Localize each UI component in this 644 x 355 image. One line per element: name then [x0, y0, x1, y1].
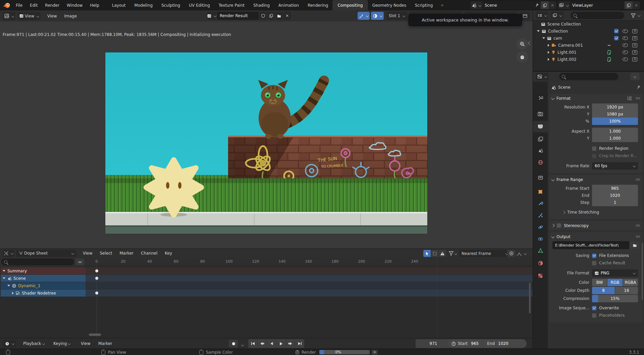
new-image-icon[interactable]: [267, 12, 275, 20]
proportional-edit-button[interactable]: [507, 250, 515, 257]
aspect-y-field[interactable]: 1.000: [592, 135, 638, 142]
tab-sculpting[interactable]: Sculpting: [157, 0, 184, 10]
duplicate-viewlayer-icon[interactable]: [625, 1, 633, 9]
row-scene-collection[interactable]: Scene Collection: [533, 20, 644, 28]
browse-image-icon[interactable]: [207, 12, 216, 20]
resolution-percent-slider[interactable]: 100%: [592, 118, 638, 125]
tab-view-layer[interactable]: [533, 133, 548, 145]
tab-layout[interactable]: Layout: [108, 0, 130, 10]
channel-search-input[interactable]: [1, 259, 74, 265]
tab-shading[interactable]: Shading: [249, 0, 274, 10]
unlink-image-icon[interactable]: ✕: [283, 12, 291, 20]
output-path-field[interactable]: E:\Blender Stuff\...ders\FlickerTest\: [552, 241, 629, 249]
tab-texture-paint[interactable]: Texture Paint: [214, 0, 249, 10]
playbar-marker-menu[interactable]: Marker: [95, 338, 116, 349]
light-render-icon[interactable]: [632, 50, 637, 54]
tab-object[interactable]: [533, 186, 548, 197]
frame-range-drag-dots[interactable]: [636, 178, 640, 181]
crop-to-render-region-row[interactable]: Crop to Render R...: [592, 153, 638, 158]
row-camera-001[interactable]: Camera.001: [533, 42, 644, 49]
tab-collection-props[interactable]: [533, 172, 548, 183]
compression-slider[interactable]: 15%: [592, 295, 638, 302]
timeline-ruler[interactable]: 0 20 40 60 80 100 120 140 160 180 200 22…: [86, 258, 533, 266]
box-select-tool-button[interactable]: [431, 250, 438, 257]
menu-file[interactable]: File: [12, 0, 26, 10]
tab-object-data[interactable]: [533, 245, 548, 256]
editor-type-button[interactable]: [3, 12, 15, 20]
menu-window[interactable]: Window: [63, 0, 86, 10]
light2-render-icon[interactable]: [632, 57, 637, 61]
channel-dynamic-1[interactable]: Dynamic_1: [1, 282, 86, 289]
cam-hide-icon[interactable]: [623, 36, 628, 40]
collection-hide-icon[interactable]: [623, 29, 628, 33]
breadcrumb-label[interactable]: Scene: [558, 85, 571, 90]
output-path-browse-icon[interactable]: [630, 241, 639, 249]
row-light-002[interactable]: Light.002: [533, 56, 644, 63]
tab-constraints[interactable]: [533, 233, 548, 245]
color-rgba-button[interactable]: RGBA: [623, 279, 638, 286]
tab-rendering[interactable]: Rendering: [303, 0, 332, 10]
falloff-dropdown[interactable]: [517, 250, 526, 257]
file-format-dropdown[interactable]: PNG: [592, 269, 638, 277]
zoom-button[interactable]: [517, 38, 528, 50]
tab-geometry-nodes[interactable]: Geometry Nodes: [368, 0, 411, 10]
stereoscopy-checkbox[interactable]: [557, 223, 561, 228]
tab-physics[interactable]: [533, 221, 548, 233]
keyframe-scene[interactable]: [95, 277, 98, 280]
fake-user-shield-icon[interactable]: [259, 12, 267, 20]
channel-summary[interactable]: Summary: [1, 267, 86, 274]
start-label[interactable]: Start: [458, 341, 468, 346]
add-workspace-button[interactable]: +: [437, 0, 447, 10]
jump-to-end-button[interactable]: [295, 339, 304, 348]
placeholders-row[interactable]: Placeholders: [592, 313, 638, 318]
pin-icon[interactable]: [533, 1, 541, 9]
outliner-filter-mode-button[interactable]: [550, 12, 564, 19]
output-drag-dots[interactable]: [636, 235, 640, 238]
prev-frame-button[interactable]: [267, 339, 276, 348]
frame-rate-dropdown[interactable]: 60 fps: [592, 162, 638, 170]
frame-end-field[interactable]: 1020: [592, 192, 638, 199]
tab-material[interactable]: [533, 257, 548, 269]
auto-key-chevron[interactable]: [241, 344, 244, 346]
frame-start-field[interactable]: 965: [592, 185, 638, 192]
collection-checkbox[interactable]: [614, 29, 619, 33]
dope-menu-select[interactable]: Select: [96, 249, 116, 258]
keyframe-summary[interactable]: [95, 269, 98, 272]
current-frame-field[interactable]: 971: [416, 339, 451, 348]
tab-modeling[interactable]: Modeling: [130, 0, 157, 10]
properties-search-input[interactable]: [559, 73, 618, 80]
playbar-view-menu[interactable]: View: [77, 338, 94, 349]
properties-scrollbar[interactable]: [642, 243, 643, 300]
stereoscopy-header[interactable]: Stereoscopy: [549, 221, 643, 230]
camera-render-icon[interactable]: [632, 43, 637, 47]
use-preview-range-icon[interactable]: [451, 342, 456, 346]
tab-world[interactable]: [533, 157, 548, 168]
collection-render-icon[interactable]: [632, 29, 637, 33]
depth-16-button[interactable]: 16: [615, 287, 638, 294]
gizmo-toggle[interactable]: [358, 12, 370, 20]
playback-menu[interactable]: Playback: [19, 338, 48, 349]
overwrite-row[interactable]: Overwrite: [592, 306, 638, 310]
file-extensions-row[interactable]: File Extensions: [592, 253, 638, 258]
snap-dropdown[interactable]: Nearest Frame: [459, 250, 511, 257]
dope-menu-channel[interactable]: Channel: [137, 249, 161, 258]
menu-edit[interactable]: Edit: [26, 0, 41, 10]
tab-particles[interactable]: [533, 210, 548, 221]
cam-checkbox[interactable]: [614, 36, 619, 40]
image-name-field[interactable]: Render Result: [217, 12, 259, 20]
row-collection[interactable]: Collection: [533, 28, 644, 35]
pan-hand-button[interactable]: [517, 51, 528, 62]
cam-render-icon[interactable]: [632, 36, 637, 40]
tab-uv-editing[interactable]: UV Editing: [184, 0, 214, 10]
aspect-x-field[interactable]: 1.000: [592, 128, 638, 135]
warning-filter-button[interactable]: [439, 250, 446, 257]
dope-menu-marker[interactable]: Marker: [116, 249, 137, 258]
image-editor-mode-dropdown[interactable]: View: [18, 12, 40, 20]
stereoscopy-drag-dots[interactable]: [636, 224, 640, 227]
filter-funnel-button[interactable]: [449, 250, 457, 257]
dope-menu-key[interactable]: Key: [161, 249, 176, 258]
tab-scripting[interactable]: Scripting: [411, 0, 437, 10]
cache-result-row[interactable]: Cache Result: [592, 261, 638, 265]
viewlayer-name-field[interactable]: ViewLayer: [570, 1, 625, 9]
channel-scene[interactable]: Scene: [1, 275, 86, 282]
